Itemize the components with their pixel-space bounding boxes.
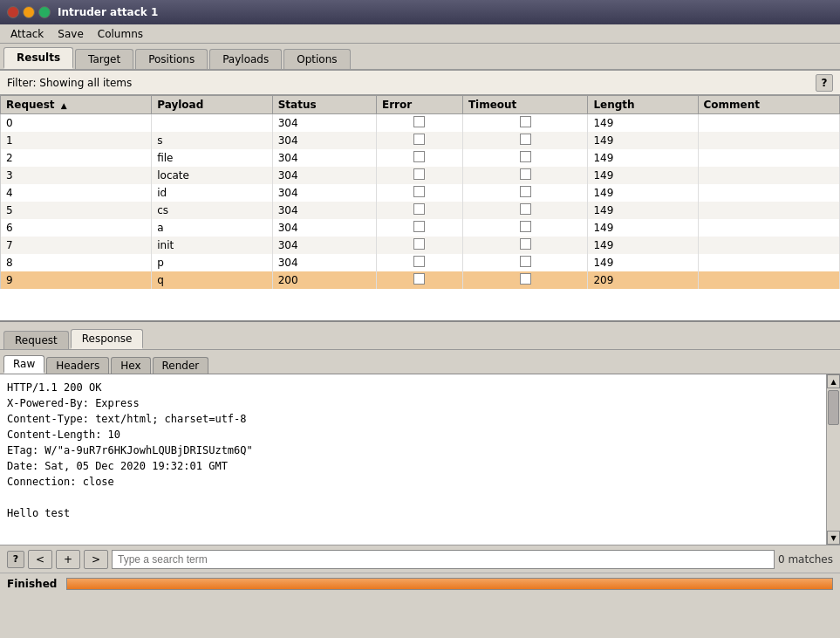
sub-tab-headers[interactable]: Headers [46, 357, 109, 374]
bottom-bar: ? < + > 0 matches [0, 545, 840, 573]
cell-comment [698, 237, 839, 254]
col-request[interactable]: Request ▲ [1, 96, 152, 114]
menu-columns[interactable]: Columns [91, 26, 150, 42]
cell-timeout-checkbox[interactable] [520, 238, 531, 250]
cell-timeout [462, 167, 588, 184]
cell-timeout [462, 202, 588, 219]
col-comment[interactable]: Comment [698, 96, 839, 114]
cell-status: 304 [272, 132, 376, 149]
cell-comment [698, 114, 839, 133]
search-prev-button[interactable]: < [28, 550, 52, 569]
menu-save[interactable]: Save [51, 26, 90, 42]
response-content: HTTP/1.1 200 OK X-Powered-By: Express Co… [0, 374, 826, 545]
cell-request: 5 [1, 202, 152, 219]
cell-length: 209 [588, 271, 698, 289]
cell-error-checkbox[interactable] [413, 256, 425, 267]
close-button[interactable] [7, 6, 19, 18]
sub-tab-raw[interactable]: Raw [3, 355, 44, 374]
maximize-button[interactable] [38, 6, 51, 18]
search-add-button[interactable]: + [56, 550, 80, 569]
sub-tab-render[interactable]: Render [153, 357, 209, 374]
cell-timeout-checkbox[interactable] [520, 221, 531, 232]
menubar: Attack Save Columns [0, 24, 840, 44]
menu-attack[interactable]: Attack [3, 26, 51, 42]
table-row[interactable]: 6a304149 [1, 219, 840, 237]
bottom-help-button[interactable]: ? [7, 551, 24, 568]
cell-length: 149 [588, 219, 698, 237]
tab-results[interactable]: Results [3, 47, 73, 69]
cell-payload: s [152, 132, 272, 149]
table-row[interactable]: 5cs304149 [1, 202, 840, 219]
cell-error-checkbox[interactable] [413, 116, 425, 127]
cell-error [376, 271, 462, 289]
cell-error [376, 149, 462, 167]
cell-error [376, 254, 462, 271]
cell-timeout-checkbox[interactable] [520, 273, 531, 285]
cell-timeout-checkbox[interactable] [520, 116, 531, 127]
cell-length: 149 [588, 167, 698, 184]
filter-help-button[interactable]: ? [816, 74, 833, 92]
minimize-button[interactable] [23, 6, 35, 18]
cell-length: 149 [588, 184, 698, 202]
col-status[interactable]: Status [272, 96, 376, 114]
cell-payload: q [152, 271, 272, 289]
cell-timeout-checkbox[interactable] [520, 256, 531, 267]
table-row[interactable]: 1s304149 [1, 132, 840, 149]
tab-request[interactable]: Request [3, 331, 69, 349]
cell-status: 304 [272, 114, 376, 133]
search-input[interactable] [112, 550, 775, 569]
tab-response[interactable]: Response [71, 329, 144, 349]
table-row[interactable]: 7init304149 [1, 237, 840, 254]
sub-tab-hex[interactable]: Hex [111, 357, 150, 374]
cell-length: 149 [588, 132, 698, 149]
cell-request: 1 [1, 132, 152, 149]
table-row[interactable]: 9q200209 [1, 271, 840, 289]
cell-status: 304 [272, 202, 376, 219]
cell-timeout-checkbox[interactable] [520, 151, 531, 162]
col-payload[interactable]: Payload [152, 96, 272, 114]
cell-comment [698, 254, 839, 271]
tab-positions[interactable]: Positions [135, 49, 208, 69]
cell-timeout-checkbox[interactable] [520, 168, 531, 180]
cell-error-checkbox[interactable] [413, 186, 425, 197]
cell-status: 304 [272, 184, 376, 202]
filter-text: Filter: Showing all items [7, 77, 132, 89]
cell-error-checkbox[interactable] [413, 151, 425, 162]
cell-timeout-checkbox[interactable] [520, 203, 531, 215]
tab-options[interactable]: Options [283, 49, 350, 69]
cell-payload: cs [152, 202, 272, 219]
tab-target[interactable]: Target [75, 49, 133, 69]
sub-tabs: Raw Headers Hex Render [0, 350, 840, 374]
cell-comment [698, 184, 839, 202]
table-row[interactable]: 8p304149 [1, 254, 840, 271]
cell-error-checkbox[interactable] [413, 238, 425, 250]
cell-length: 149 [588, 237, 698, 254]
cell-payload: init [152, 237, 272, 254]
scroll-thumb[interactable] [828, 390, 839, 425]
cell-timeout [462, 219, 588, 237]
table-row[interactable]: 2file304149 [1, 149, 840, 167]
cell-error-checkbox[interactable] [413, 168, 425, 180]
table-row[interactable]: 3locate304149 [1, 167, 840, 184]
col-timeout[interactable]: Timeout [462, 96, 588, 114]
scrollbar: ▲ ▼ [826, 374, 840, 545]
cell-error-checkbox[interactable] [413, 221, 425, 232]
search-next-button[interactable]: > [84, 550, 108, 569]
cell-timeout-checkbox[interactable] [520, 134, 531, 145]
cell-error-checkbox[interactable] [413, 134, 425, 145]
col-error[interactable]: Error [376, 96, 462, 114]
cell-comment [698, 132, 839, 149]
col-length[interactable]: Length [588, 96, 698, 114]
cell-timeout-checkbox[interactable] [520, 186, 531, 197]
cell-error [376, 114, 462, 133]
cell-error [376, 219, 462, 237]
table-row[interactable]: 0304149 [1, 114, 840, 133]
cell-error-checkbox[interactable] [413, 203, 425, 215]
tab-payloads[interactable]: Payloads [209, 49, 282, 69]
filter-bar: Filter: Showing all items ? [0, 71, 840, 95]
scroll-up-arrow[interactable]: ▲ [827, 374, 840, 388]
table-row[interactable]: 4id304149 [1, 184, 840, 202]
cell-error-checkbox[interactable] [413, 273, 425, 285]
scroll-down-arrow[interactable]: ▼ [827, 531, 840, 545]
cell-request: 8 [1, 254, 152, 271]
